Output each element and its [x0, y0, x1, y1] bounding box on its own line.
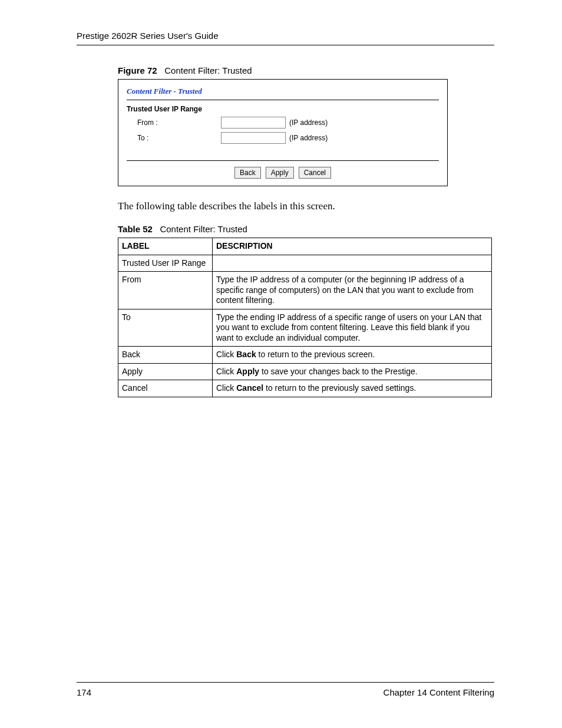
from-label: From : [127, 118, 221, 127]
header-label: LABEL [118, 238, 213, 255]
cell-desc: Click Apply to save your changes back to… [213, 363, 492, 380]
description-table: LABEL DESCRIPTION Trusted User IP Range … [118, 238, 492, 397]
screenshot-title: Content Filter - Trusted [127, 87, 202, 95]
page-header: Prestige 2602R Series User's Guide [77, 31, 494, 45]
to-hint: (IP address) [289, 134, 328, 142]
page-number: 174 [77, 687, 91, 697]
cell-label: Back [118, 347, 213, 364]
figure-label: Figure 72 [118, 65, 157, 75]
header-title: Prestige 2602R Series User's Guide [77, 31, 218, 41]
to-row: To : (IP address) [127, 132, 439, 144]
header-description: DESCRIPTION [213, 238, 492, 255]
back-button[interactable]: Back [234, 167, 261, 179]
page-content: Figure 72 Content Filter: Trusted Conten… [118, 65, 494, 397]
screenshot-body: Trusted User IP Range From : (IP address… [118, 100, 447, 150]
from-row: From : (IP address) [127, 117, 439, 129]
table-row: Trusted User IP Range [118, 255, 492, 272]
chapter-label: Chapter 14 Content Filtering [384, 687, 494, 697]
to-label: To : [127, 134, 221, 142]
screenshot-section-label: Trusted User IP Range [127, 105, 439, 113]
table-label: Table 52 [118, 224, 153, 234]
table-header-row: LABEL DESCRIPTION [118, 238, 492, 255]
cell-desc: Click Cancel to return to the previously… [213, 380, 492, 397]
cell-label: Trusted User IP Range [118, 255, 213, 272]
figure-caption: Figure 72 Content Filter: Trusted [118, 65, 494, 75]
table-row: Cancel Click Cancel to return to the pre… [118, 380, 492, 397]
intro-paragraph: The following table describes the labels… [118, 200, 494, 212]
from-hint: (IP address) [289, 118, 328, 127]
cancel-button[interactable]: Cancel [299, 167, 331, 179]
cell-desc [213, 255, 492, 272]
from-input[interactable] [221, 117, 286, 129]
table-caption: Table 52 Content Filter: Trusted [118, 224, 494, 234]
screenshot-title-row: Content Filter - Trusted [118, 80, 447, 100]
cell-label: Cancel [118, 380, 213, 397]
table-row: Back Click Back to return to the previou… [118, 347, 492, 364]
cell-desc: Click Back to return to the previous scr… [213, 347, 492, 364]
page-footer: 174 Chapter 14 Content Filtering [77, 682, 494, 697]
table-title: Content Filter: Trusted [160, 224, 247, 234]
figure-title: Content Filter: Trusted [164, 65, 252, 75]
screenshot-figure: Content Filter - Trusted Trusted User IP… [118, 79, 448, 186]
apply-button[interactable]: Apply [266, 167, 294, 179]
to-input[interactable] [221, 132, 286, 144]
cell-label: Apply [118, 363, 213, 380]
cell-desc: Type the ending IP address of a specific… [213, 309, 492, 347]
button-row: Back Apply Cancel [118, 161, 447, 186]
table-row: From Type the IP address of a computer (… [118, 272, 492, 309]
cell-label: From [118, 272, 213, 309]
table-row: To Type the ending IP address of a speci… [118, 309, 492, 347]
cell-label: To [118, 309, 213, 347]
cell-desc: Type the IP address of a computer (or th… [213, 272, 492, 309]
table-row: Apply Click Apply to save your changes b… [118, 363, 492, 380]
